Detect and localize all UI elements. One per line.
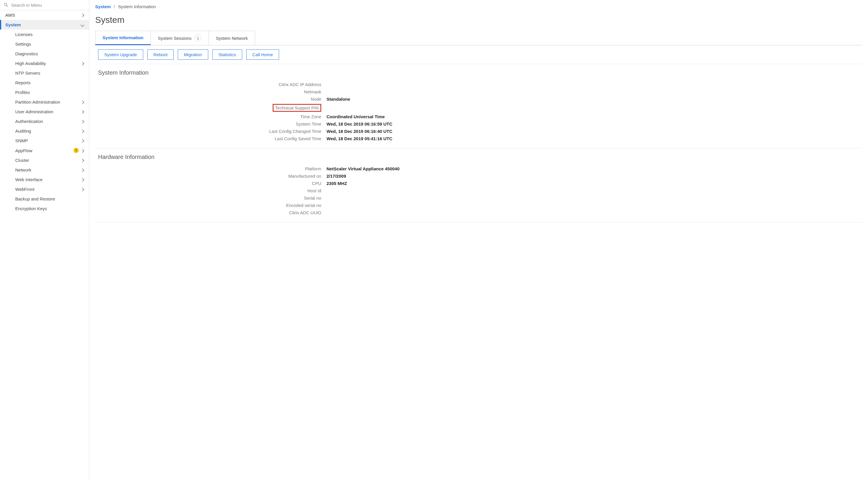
sidebar-item-label: High Availability xyxy=(15,61,46,66)
sidebar-item-label: Partition Administration xyxy=(15,99,60,104)
migration-button[interactable]: Migration xyxy=(178,50,208,60)
kv-label: Platform xyxy=(98,166,327,171)
tabs: System InformationSystem Sessions1System… xyxy=(95,31,862,45)
tab-system-sessions[interactable]: System Sessions1 xyxy=(151,31,209,45)
sidebar-item-appflow[interactable]: AppFlow! xyxy=(0,146,89,155)
tab-system-network[interactable]: System Network xyxy=(209,31,255,45)
sidebar-item-authentication[interactable]: Authentication xyxy=(0,117,89,126)
sidebar-item-label: Web Interface xyxy=(15,177,42,182)
sidebar-item-label: Profiles xyxy=(15,90,30,95)
chevron-right-icon xyxy=(81,138,84,143)
hardware-info-panel: Hardware Information PlatformNetScaler V… xyxy=(95,149,862,222)
kv-value: 2305 MHZ xyxy=(327,181,859,186)
sidebar-item-diagnostics[interactable]: Diagnostics xyxy=(0,49,89,59)
kv-label: Serial no xyxy=(98,195,327,200)
sidebar-item-web-interface[interactable]: Web Interface xyxy=(0,175,89,184)
kv-row: Citrix ADC IP Address xyxy=(98,82,859,87)
kv-row: CPU2305 MHZ xyxy=(98,181,859,186)
sidebar-item-cluster[interactable]: Cluster xyxy=(0,155,89,165)
search-input[interactable] xyxy=(11,3,86,8)
sidebar-item-licenses[interactable]: Licenses xyxy=(0,30,89,39)
breadcrumb-root[interactable]: System xyxy=(95,4,111,9)
sidebar-item-profiles[interactable]: Profiles xyxy=(0,88,89,97)
sidebar-item-label: Encryption Keys xyxy=(15,206,47,211)
sidebar-item-system[interactable]: System xyxy=(0,20,89,30)
tab-system-information[interactable]: System Information xyxy=(95,31,151,45)
kv-label: Netmask xyxy=(98,89,327,94)
kv-label: CPU xyxy=(98,181,327,186)
tab-label: System Information xyxy=(102,35,144,40)
hardware-info-title: Hardware Information xyxy=(98,154,859,160)
sidebar-item-label: Auditing xyxy=(15,128,31,133)
sidebar-item-reports[interactable]: Reports xyxy=(0,78,89,88)
sidebar-item-snmp[interactable]: SNMP xyxy=(0,136,89,146)
kv-row: System TimeWed, 18 Dec 2019 06:16:59 UTC xyxy=(98,122,859,126)
warning-icon: ! xyxy=(73,148,79,153)
kv-value: 2/17/2009 xyxy=(327,173,859,179)
sidebar-item-label: Settings xyxy=(15,41,31,46)
highlighted-label: Technical Support PIN xyxy=(273,104,321,112)
kv-value: NetScaler Virtual Appliance 450040 xyxy=(327,166,859,171)
chevron-right-icon xyxy=(81,177,84,182)
sidebar-item-backup-and-restore[interactable]: Backup and Restore xyxy=(0,194,89,204)
sidebar-item-ntp-servers[interactable]: NTP Servers xyxy=(0,68,89,78)
sidebar-item-label: Network xyxy=(15,167,31,172)
call-home-button[interactable]: Call Home xyxy=(246,50,279,60)
sidebar-item-encryption-keys[interactable]: Encryption Keys xyxy=(0,204,89,213)
sidebar-item-high-availability[interactable]: High Availability xyxy=(0,59,89,68)
kv-row: Serial no xyxy=(98,195,859,200)
chevron-right-icon xyxy=(81,119,84,124)
sidebar-item-label: SNMP xyxy=(15,138,28,143)
system-info-title: System Information xyxy=(98,69,859,76)
sidebar-item-label: Authentication xyxy=(15,119,43,124)
kv-value: Coordinated Universal Time xyxy=(327,114,859,119)
tab-label: System Sessions xyxy=(158,36,191,41)
kv-value: Wed, 18 Dec 2019 05:41:16 UTC xyxy=(327,136,859,141)
sidebar-item-label: Backup and Restore xyxy=(15,196,55,201)
system-info-panel: System Information Citrix ADC IP Address… xyxy=(95,64,862,149)
sidebar-item-network[interactable]: Network xyxy=(0,165,89,175)
kv-row: Last Config Changed TimeWed, 18 Dec 2019… xyxy=(98,129,859,134)
search-wrap xyxy=(0,0,89,10)
sidebar-item-label: AppFlow xyxy=(15,148,32,153)
sidebar-item-user-administration[interactable]: User Administration xyxy=(0,107,89,117)
sidebar-item-settings[interactable]: Settings xyxy=(0,39,89,49)
sidebar-nav: AWSSystemLicensesSettingsDiagnosticsHigh… xyxy=(0,10,89,480)
kv-label: Node xyxy=(98,97,327,102)
action-row: System UpgradeRebootMigrationStatisticsC… xyxy=(95,45,862,64)
chevron-right-icon xyxy=(81,61,84,66)
sidebar-item-auditing[interactable]: Auditing xyxy=(0,126,89,136)
sidebar-item-label: User Administration xyxy=(15,109,53,114)
system-upgrade-button[interactable]: System Upgrade xyxy=(98,50,143,60)
statistics-button[interactable]: Statistics xyxy=(212,50,242,60)
sidebar-item-aws[interactable]: AWS xyxy=(0,10,89,20)
kv-label: Citrix ADC UUID xyxy=(98,210,327,215)
kv-row: PlatformNetScaler Virtual Appliance 4500… xyxy=(98,166,859,171)
kv-row: Citrix ADC UUID xyxy=(98,210,859,215)
system-info-list: Citrix ADC IP AddressNetmaskNodeStandalo… xyxy=(98,82,859,141)
breadcrumb-current: System Information xyxy=(118,4,156,9)
main-content: System / System Information System Syste… xyxy=(89,0,868,480)
sidebar-item-label: AWS xyxy=(5,12,15,18)
sidebar-item-partition-administration[interactable]: Partition Administration xyxy=(0,97,89,107)
chevron-right-icon xyxy=(81,12,84,18)
hardware-info-list: PlatformNetScaler Virtual Appliance 4500… xyxy=(98,166,859,215)
sidebar-item-webfront[interactable]: WebFront xyxy=(0,184,89,194)
sidebar-item-label: Licenses xyxy=(15,32,32,37)
reboot-button[interactable]: Reboot xyxy=(147,50,174,60)
kv-row: Technical Support PIN xyxy=(98,104,859,112)
kv-row: NodeStandalone xyxy=(98,97,859,102)
kv-value: Standalone xyxy=(327,97,859,102)
chevron-right-icon xyxy=(81,167,84,172)
kv-label: Technical Support PIN xyxy=(98,104,327,112)
kv-label: Encoded serial no xyxy=(98,203,327,208)
chevron-right-icon xyxy=(81,187,84,192)
sidebar-item-label: WebFront xyxy=(15,187,35,192)
kv-label: Manufactured on xyxy=(98,173,327,179)
kv-row: Last Config Saved TimeWed, 18 Dec 2019 0… xyxy=(98,136,859,141)
breadcrumb: System / System Information xyxy=(95,4,862,9)
kv-label: Citrix ADC IP Address xyxy=(98,82,327,87)
kv-label: Last Config Saved Time xyxy=(98,136,327,141)
sidebar-item-label: NTP Servers xyxy=(15,70,40,75)
kv-row: Host Id xyxy=(98,188,859,193)
